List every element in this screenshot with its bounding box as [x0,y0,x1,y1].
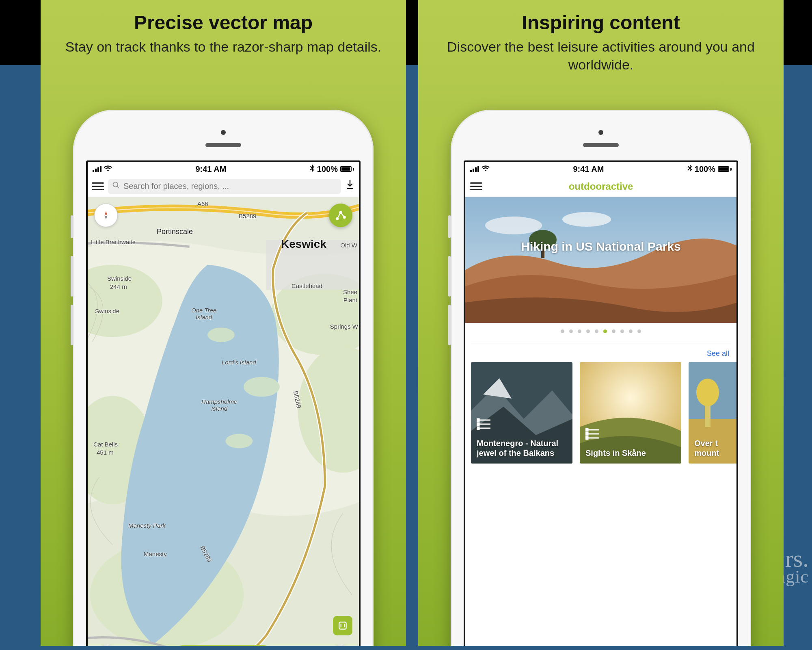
card-title: Montenegro - Natural jewel of the Balkan… [477,438,567,458]
search-field[interactable] [108,179,341,194]
route-button[interactable] [329,204,352,227]
hero-title: Hiking in US National Parks [465,240,736,254]
map-label: 244 m [110,283,127,290]
content-card[interactable]: Sights in Skåne [580,362,681,464]
svg-point-11 [226,434,253,448]
svg-rect-45 [585,429,588,431]
map-label: Castlehead [292,282,322,289]
status-battery: 100% [695,165,715,174]
search-icon [112,181,120,192]
see-all-link[interactable]: See all [465,349,736,362]
svg-rect-18 [339,622,346,629]
list-icon [477,418,567,432]
status-time: 9:41 AM [573,165,604,174]
svg-line-1 [117,186,119,188]
svg-marker-14 [105,215,108,220]
map-label: Old W [340,242,357,249]
svg-rect-40 [477,427,479,429]
content-card[interactable]: Montenegro - Natural jewel of the Balkan… [471,362,572,464]
map-label: 451 m [97,449,114,456]
brand-title: outdooractive [465,181,736,192]
menu-button[interactable] [92,182,104,190]
map-label: Little Braithwaite [91,238,136,245]
panel-subtitle: Stay on track thanks to the razor-sharp … [41,38,406,56]
status-battery: 100% [317,165,338,174]
svg-point-10 [244,377,280,397]
battery-icon [340,166,354,172]
map-label: B5289 [239,212,256,219]
svg-point-28 [562,212,611,227]
map-label: Swinside [95,308,119,314]
svg-marker-13 [105,211,108,216]
status-bar: 9:41 AM 100% [88,162,359,176]
map-style-button[interactable] [333,616,352,635]
download-button[interactable] [345,180,355,193]
svg-point-51 [696,379,719,406]
phone-mockup: 9:41 AM 100% [73,110,374,646]
map-label: Springs W [330,323,358,330]
map-label: Shee [343,288,357,295]
brand-bar: outdooractive [465,176,736,197]
battery-icon [718,166,732,172]
map-label: Rampsholme Island [201,398,237,412]
card-row[interactable]: Montenegro - Natural jewel of the Balkan… [465,362,736,464]
panel-subtitle: Discover the best leisure activities aro… [418,38,784,74]
map-label: Cat Bells [93,441,118,448]
svg-rect-38 [477,419,479,421]
search-input[interactable] [123,182,337,191]
wifi-icon [482,165,490,173]
signal-icon [93,166,102,172]
svg-point-9 [207,327,235,342]
promo-panel-discover: Inspiring content Discover the best leis… [418,0,784,646]
map-canvas[interactable]: Keswick Portinscale Little Braithwaite S… [88,197,359,646]
map-label: Manesty [144,550,167,557]
map-label: Plant [343,297,357,303]
wifi-icon [104,165,112,173]
content-card[interactable]: Over t mount [689,362,736,464]
svg-rect-47 [585,437,588,439]
card-title: Over t mount [694,438,732,458]
map-label: Lord's Island [222,359,256,366]
promo-panel-map: Precise vector map Stay on track thanks … [41,0,406,646]
bluetooth-icon [687,165,692,174]
bluetooth-icon [310,165,315,174]
search-area-button[interactable]: Search this area [173,645,274,646]
svg-point-27 [485,217,542,234]
map-label: A66 [197,200,208,207]
map-label: Manesty Park [128,522,166,529]
signal-icon [470,166,479,172]
status-bar: 9:41 AM 100% [465,162,736,176]
card-title: Sights in Skåne [585,448,676,458]
svg-rect-46 [585,433,588,435]
map-toolbar [88,176,359,197]
map-label: Swinside [107,275,132,282]
map-label: Portinscale [157,228,193,236]
map-label-keswick: Keswick [281,238,326,251]
svg-rect-39 [477,423,479,425]
map-label: One Tree Island [191,307,216,321]
panel-title: Inspiring content [418,11,784,34]
status-time: 9:41 AM [195,165,226,174]
compass-button[interactable] [94,204,118,227]
hero-carousel[interactable]: Hiking in US National Parks [465,197,736,323]
panel-title: Precise vector map [41,11,406,34]
svg-point-0 [113,182,118,187]
list-icon [585,428,676,442]
carousel-dots[interactable] [465,323,736,339]
phone-mockup: 9:41 AM 100% outdooractive [451,110,751,646]
